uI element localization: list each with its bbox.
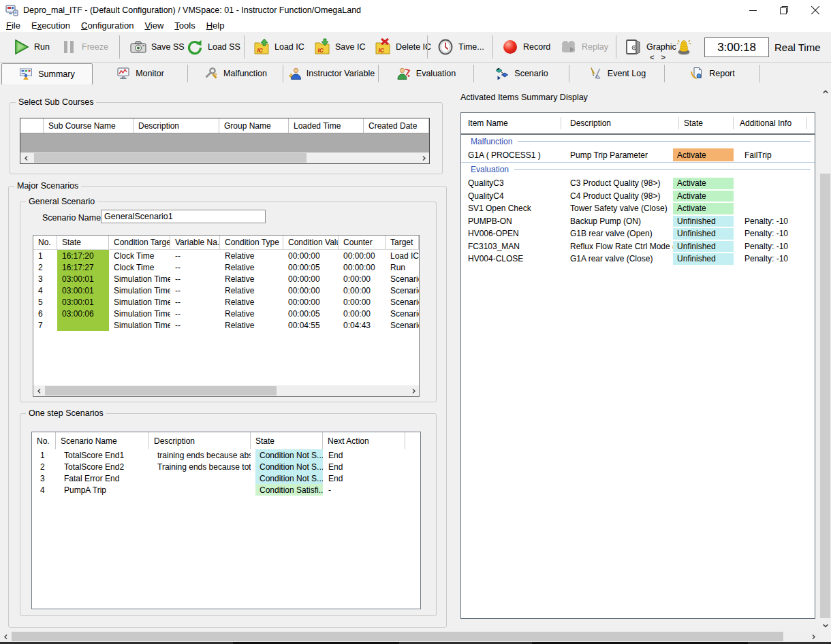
activated-item-row[interactable]: G1A ( PROCESS1 )Pump Trip ParameterActiv… [461, 148, 815, 162]
activated-item-row[interactable]: QualityC4C4 Product Quality (98>)Activat… [461, 190, 815, 203]
column-header-loaded-time[interactable]: Loaded Time [289, 118, 364, 133]
scroll-left-icon[interactable] [20, 152, 31, 163]
scroll-right-icon[interactable] [408, 385, 419, 396]
one-step-scenario-row[interactable]: 2TotalScore End2Training ends because to… [32, 461, 420, 472]
activated-item-row[interactable]: SV1 Open CheckTower Safety valve (Close)… [461, 202, 815, 215]
graphic-label: Graphic [646, 42, 676, 52]
activated-items-table: Item NameDescriptionStateAdditional Info… [460, 112, 815, 619]
scenario-step-row[interactable]: 403:00:01Simulation Time--Relative00:00:… [33, 285, 419, 296]
tab-summary[interactable]: Summary [1, 63, 93, 85]
graphic-next-arrow[interactable]: > [657, 53, 668, 61]
horizontal-scrollbar[interactable] [0, 631, 819, 642]
cell-variable_name: -- [170, 308, 220, 319]
cell-condition_value: 00:00:00 [283, 273, 339, 285]
graphic-button[interactable]: Graphic<> [625, 32, 676, 62]
column-header-state[interactable]: State [251, 432, 323, 449]
activated-item-row[interactable]: HV006-OPENG1B rear valve (Open)Unfinishe… [461, 227, 815, 240]
folder-x-ic-icon: IC [374, 38, 392, 56]
cell-target: Run [386, 261, 419, 273]
column-header-condition-type[interactable]: Condition Type [220, 236, 283, 249]
restore-button[interactable] [768, 0, 800, 20]
save-ic-button[interactable]: ICSave IC [313, 32, 365, 62]
cell-counter: 00:00:00 [339, 250, 386, 261]
scenario-step-row[interactable]: 503:00:01Simulation Time--Relative00:00:… [33, 296, 419, 308]
menu-item-execution[interactable]: Execution [26, 20, 76, 32]
activated-item-row[interactable]: HV004-CLOSEG1A rear valve (Close)Unfinis… [461, 253, 815, 265]
cell-no: 1 [33, 250, 57, 261]
column-header-created-date[interactable]: Created Date [364, 118, 429, 133]
column-header-sub-course-name[interactable]: Sub Course Name [44, 118, 134, 133]
time-button[interactable]: Time... [437, 32, 484, 62]
column-header-condition-value[interactable]: Condition Value [283, 236, 339, 249]
column-header-condition-target[interactable]: Condition Target [109, 236, 170, 249]
one-step-scenario-row[interactable]: 3Fatal Error EndCondition Not S...End [32, 472, 420, 484]
menu-item-tools[interactable]: Tools [169, 20, 200, 32]
column-header-group-name[interactable]: Group Name [219, 118, 289, 133]
scenario-step-row[interactable]: 116:17:20Clock Time--Relative00:00:0000:… [33, 250, 419, 261]
column-header-additional-info[interactable]: Additional Info [740, 113, 791, 133]
scroll-up-icon[interactable] [819, 86, 831, 97]
scenario-step-row[interactable]: 216:17:27Clock Time--Relative00:00:0500:… [33, 261, 419, 273]
scenario-step-row[interactable]: 303:00:01Simulation Time--Relative00:00:… [33, 273, 419, 285]
record-button[interactable]: Record [501, 32, 550, 62]
column-header-target[interactable]: Target [386, 236, 419, 249]
tab-report[interactable]: Report [665, 63, 760, 84]
column-header-variable-na[interactable]: Variable Na... [170, 236, 220, 249]
beacon-button[interactable] [675, 32, 693, 62]
column-header-state[interactable]: State [684, 113, 703, 133]
column-header-select[interactable] [20, 118, 44, 133]
column-header-next-action[interactable]: Next Action [323, 432, 405, 449]
scrollbar-thumb[interactable] [34, 153, 307, 163]
menu-item-configuration[interactable]: Configuration [76, 20, 139, 32]
activated-items-header: Item NameDescriptionStateAdditional Info [461, 113, 815, 135]
one-step-scenario-row[interactable]: 1TotalScore End1training ends because ab… [32, 449, 420, 461]
load-ss-button[interactable]: Load SS [186, 32, 240, 62]
column-header-state[interactable]: State [57, 236, 109, 249]
scroll-down-icon[interactable] [819, 619, 831, 631]
vertical-scrollbar[interactable] [819, 86, 831, 631]
menu-item-help[interactable]: Help [201, 20, 230, 32]
tab-malfunction[interactable]: Malfunction [188, 63, 283, 84]
scenario-name-input[interactable] [101, 210, 266, 223]
column-header-no[interactable]: No. [32, 432, 56, 449]
column-header-counter[interactable]: Counter [339, 236, 386, 249]
tab-evaluation[interactable]: Evaluation [379, 63, 474, 84]
run-button[interactable]: Run [12, 32, 50, 62]
tab-instructor-variable[interactable]: Instructor Variable [283, 63, 379, 84]
activated-item-row[interactable]: PUMPB-ONBackup Pump (ON)UnfinishedPenalt… [461, 215, 815, 228]
tab-event-log[interactable]: Event Log [569, 63, 665, 84]
tab-scenario[interactable]: Scenario [474, 63, 569, 84]
menu-item-file[interactable]: File [1, 20, 26, 32]
menu-item-view[interactable]: View [139, 20, 169, 32]
cell-additional-info: Penalty: -10 [744, 229, 788, 238]
scroll-right-icon[interactable] [808, 631, 819, 642]
scrollbar-thumb[interactable] [12, 632, 783, 641]
scenario-step-row[interactable]: 7Simulation Time--Relative00:04:550:04:4… [33, 319, 419, 331]
one-step-scenario-row[interactable]: 4PumpA TripCondition Satisfi...- [32, 484, 420, 496]
column-header-item-name[interactable]: Item Name [468, 113, 508, 133]
column-header-description[interactable]: Description [570, 113, 611, 133]
scroll-left-icon[interactable] [0, 631, 12, 642]
column-header-no[interactable]: No. [33, 236, 57, 249]
general-scenario-hscrollbar[interactable] [33, 385, 419, 396]
activated-item-row[interactable]: QualityC3C3 Product Quality (98>)Activat… [461, 177, 815, 190]
tab-monitor[interactable]: Monitor [93, 63, 188, 84]
close-button[interactable] [800, 0, 831, 20]
save-ss-button[interactable]: Save SS [129, 32, 185, 62]
minimize-button[interactable] [737, 0, 768, 20]
load-ic-button[interactable]: ICLoad IC [253, 32, 304, 62]
cell-counter: 0:00:00 [339, 273, 386, 285]
column-header-description[interactable]: Description [149, 432, 251, 449]
column-header-description[interactable]: Description [134, 118, 219, 133]
scenario-step-row[interactable]: 603:00:06Simulation Time--Relative00:00:… [33, 308, 419, 319]
sub-courses-hscrollbar[interactable] [20, 152, 429, 163]
scroll-left-icon[interactable] [33, 385, 44, 396]
scrollbar-thumb[interactable] [45, 386, 277, 396]
graphic-prev-arrow[interactable]: < [646, 53, 657, 61]
column-header-scenario-name[interactable]: Scenario Name [56, 432, 149, 449]
activated-item-row[interactable]: FC3103_MANReflux Flow Rate Ctrl Mode (MA… [461, 240, 815, 253]
delete-ic-button[interactable]: ICDelete IC [374, 32, 431, 62]
scrollbar-thumb[interactable] [820, 174, 830, 618]
scroll-right-icon[interactable] [418, 152, 429, 163]
cell-no: 1 [32, 449, 56, 461]
